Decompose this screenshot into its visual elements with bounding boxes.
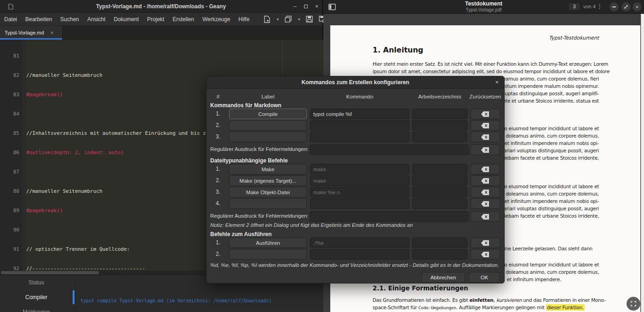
clear-button[interactable] — [471, 132, 500, 142]
pdf-paragraph-fragment: veils eine Leerzeile gelassen. Das sieht… — [489, 245, 592, 252]
label-button[interactable]: Compile — [229, 109, 307, 119]
active-panel-indicator — [73, 290, 75, 304]
panel-divider — [75, 275, 75, 312]
label-button[interactable] — [229, 198, 307, 209]
command-input[interactable] — [310, 198, 409, 209]
highlighted-text: dieser Funktion. — [546, 304, 585, 311]
cancel-button[interactable]: Abbrechen — [421, 272, 465, 283]
menu-projekt[interactable]: Projekt — [143, 13, 168, 26]
panel-tab-meldungen[interactable]: Meldungen — [0, 309, 73, 312]
label-button[interactable]: Make Objekt-Datei — [229, 187, 307, 197]
error-regex-row: Regulärer Ausdruck für Fehlermeldungen: — [207, 211, 504, 222]
menu-hilfe[interactable]: Hilfe — [234, 13, 253, 26]
pdf-restore-icon[interactable] — [621, 2, 631, 12]
command-input[interactable] — [310, 249, 409, 260]
clear-button[interactable] — [471, 109, 500, 119]
dialog-footer-note: %d, %e, %f, %p, %l werden innerhalb der … — [210, 262, 499, 268]
clear-button[interactable] — [471, 175, 500, 186]
workdir-input[interactable] — [412, 237, 467, 248]
open-file-dropdown-icon[interactable]: ▾ — [298, 17, 300, 22]
pdf-paragraph-line: ipsum dolor sit amet, consectetur adipis… — [373, 68, 610, 75]
pdf-paragraph-line: space-Schriftart für Code-Umgebungen. Au… — [373, 304, 585, 311]
clear-button[interactable] — [471, 198, 500, 209]
workdir-input[interactable] — [412, 198, 467, 209]
code-text: #outline(depth: 2, indent: auto) — [26, 150, 124, 156]
command-input[interactable] — [310, 187, 409, 197]
clear-button[interactable] — [471, 237, 500, 248]
label-button[interactable]: Make (eigenes Target)... — [229, 175, 307, 186]
open-file-icon[interactable] — [285, 16, 292, 23]
pdf-close-icon[interactable]: × — [632, 2, 642, 12]
row-number: 1. — [212, 110, 224, 117]
pdf-paragraph-fragment: do eiusmod tempor incididunt ut labore e… — [501, 261, 599, 268]
new-file-icon[interactable] — [264, 16, 270, 23]
pdf-headerbar: Testdokument Typst-Vorlage.pdf 3 von 4 ⋮… — [323, 0, 644, 14]
dialog-title: Kommandos zum Erstellen konfigurieren — [207, 79, 504, 86]
workdir-input[interactable] — [412, 120, 467, 131]
pdf-paragraph-fragment: do eiusmod tempor incididunt ut labore e… — [501, 125, 599, 132]
label-button[interactable]: Ausführen — [229, 237, 307, 248]
workdir-input[interactable] — [412, 109, 467, 119]
row-number: 1. — [212, 239, 224, 246]
fullscreen-button[interactable] — [627, 297, 640, 311]
line-number: 91 — [0, 246, 19, 253]
command-input[interactable] — [310, 120, 409, 131]
pdf-running-header: Typst-Testdokument — [549, 35, 599, 41]
close-icon[interactable]: × — [315, 4, 318, 9]
menu-suchen[interactable]: Suchen — [56, 13, 83, 26]
label-button[interactable] — [229, 132, 307, 142]
menu-kebab-icon[interactable]: ⋮ — [597, 3, 603, 10]
label-button[interactable] — [229, 249, 307, 260]
clear-button[interactable] — [471, 249, 500, 260]
pdf-heading-2: 2.1. Einige Formatierungen — [373, 284, 468, 292]
clear-button[interactable] — [471, 187, 500, 197]
clear-button[interactable] — [471, 164, 500, 174]
label-button[interactable]: Make — [229, 164, 307, 174]
row-number: 4. — [212, 200, 224, 207]
error-regex-input[interactable] — [310, 211, 469, 222]
command-input[interactable] — [310, 109, 409, 119]
workdir-input[interactable] — [412, 175, 467, 186]
clear-button[interactable] — [471, 120, 500, 131]
menu-datei[interactable]: Datei — [0, 13, 21, 26]
command-input[interactable] — [310, 164, 409, 174]
menu-ansicht[interactable]: Ansicht — [83, 13, 109, 26]
pdf-paragraph-line: Hier steht mein erster Satz. Es ist nich… — [373, 61, 608, 68]
pdf-scrollbar[interactable] — [641, 14, 644, 312]
scrollbar-thumb[interactable] — [1, 271, 99, 274]
geany-titlebar: Typst-Vorlage.md - /home/ralf/Downloads … — [0, 0, 322, 13]
build-row: 2. — [207, 249, 504, 260]
command-input[interactable] — [310, 132, 409, 142]
tab-close-icon[interactable]: × — [51, 30, 53, 35]
menu-bearbeiten[interactable]: Bearbeiten — [21, 13, 56, 26]
workdir-input[interactable] — [412, 249, 467, 260]
code-text: // optischer Trenner im Quellcode: — [26, 246, 130, 253]
label-button[interactable] — [229, 120, 307, 131]
column-zuruecksetzen: Zurücksetzen — [469, 94, 502, 99]
dialog-close-icon[interactable]: × — [495, 79, 499, 86]
menu-werkzeuge[interactable]: Werkzeuge — [198, 13, 234, 26]
ok-button[interactable]: OK — [469, 272, 500, 283]
workdir-input[interactable] — [412, 187, 467, 197]
clear-button[interactable] — [471, 144, 500, 155]
page-number-input[interactable]: 3 — [568, 2, 581, 11]
command-input[interactable] — [310, 237, 409, 248]
line-number: 90 — [0, 227, 19, 233]
workdir-input[interactable] — [412, 164, 467, 174]
minimize-icon[interactable]: – — [293, 4, 297, 9]
panel-tab-status[interactable]: Status — [0, 279, 73, 286]
error-regex-input[interactable] — [310, 144, 469, 155]
save-icon[interactable] — [306, 16, 313, 23]
menu-erstellen[interactable]: Erstellen — [168, 13, 198, 26]
error-regex-label: Regulärer Ausdruck für Fehlermeldungen: — [210, 146, 309, 152]
clear-button[interactable] — [471, 211, 500, 222]
command-input[interactable] — [310, 175, 409, 186]
restore-icon[interactable] — [304, 5, 308, 8]
code-text: //------------------------------------- — [26, 266, 145, 271]
pdf-minimize-icon[interactable] — [610, 2, 619, 12]
menu-dokument[interactable]: Dokument — [109, 13, 143, 26]
workdir-input[interactable] — [412, 132, 467, 142]
tab-typst-vorlage[interactable]: Typst-Vorlage.md × — [0, 26, 63, 40]
new-file-dropdown-icon[interactable]: ▾ — [276, 17, 279, 22]
panel-tab-compiler[interactable]: Compiler — [0, 294, 73, 300]
